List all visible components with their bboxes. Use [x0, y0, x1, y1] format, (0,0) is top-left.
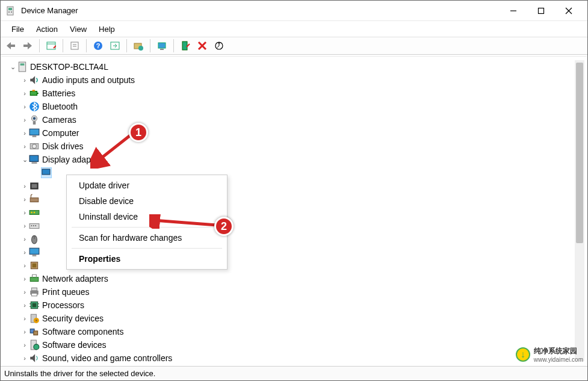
- minimize-button[interactable]: [500, 1, 527, 21]
- expand-icon[interactable]: ›: [20, 355, 29, 362]
- svg-rect-29: [37, 93, 39, 94]
- expand-icon[interactable]: ›: [20, 315, 29, 322]
- svg-rect-21: [160, 49, 164, 50]
- expand-icon[interactable]: ›: [20, 235, 29, 243]
- forward-button[interactable]: [20, 38, 36, 54]
- tree-node-print-queues[interactable]: › Print queues: [8, 285, 572, 299]
- tree-node-batteries[interactable]: › Batteries: [8, 87, 572, 100]
- help-button[interactable]: ?: [90, 38, 106, 54]
- expand-icon[interactable]: ›: [20, 288, 29, 296]
- tree-node-label: Processors: [42, 300, 84, 310]
- expand-icon[interactable]: ›: [20, 103, 29, 110]
- security-icon: [29, 313, 40, 324]
- tree-node-label: Network adapters: [42, 274, 108, 283]
- disable-device-button[interactable]: [178, 38, 193, 54]
- window-controls: [500, 1, 583, 21]
- expand-icon[interactable]: ›: [20, 196, 29, 203]
- tree-node-label: Disk drives: [42, 141, 83, 151]
- context-menu-properties[interactable]: Properties: [67, 251, 227, 267]
- svg-point-32: [33, 117, 36, 120]
- tree-node-label: Batteries: [42, 88, 75, 98]
- scan-hardware-button[interactable]: [211, 38, 227, 54]
- expand-icon[interactable]: ›: [20, 76, 29, 84]
- svg-point-48: [31, 225, 32, 226]
- scrollbar-thumb[interactable]: [576, 63, 583, 243]
- tree-node-label: Bluetooth: [42, 102, 78, 111]
- speaker-icon: [29, 75, 40, 85]
- ide-icon: [29, 207, 40, 218]
- hid-icon: [29, 194, 40, 205]
- action-button[interactable]: [107, 38, 123, 54]
- context-menu-disable-device[interactable]: Disable device: [67, 193, 227, 209]
- tree-node-cameras[interactable]: › Cameras: [8, 113, 572, 126]
- network-icon: [29, 273, 40, 284]
- watermark-icon: ↓: [516, 347, 530, 362]
- annotation-arrow-2: [149, 214, 221, 229]
- menu-action[interactable]: Action: [30, 23, 64, 36]
- svg-rect-59: [32, 288, 37, 291]
- annotation-badge-1: 1: [129, 123, 148, 142]
- context-menu-scan-hardware[interactable]: Scan for hardware changes: [67, 230, 227, 246]
- svg-rect-3: [11, 11, 12, 13]
- expand-icon[interactable]: ›: [20, 249, 29, 256]
- tree-node-label: Software components: [42, 327, 123, 336]
- context-menu-update-driver[interactable]: Update driver: [67, 178, 227, 193]
- annotation-badge-2: 2: [214, 217, 234, 236]
- svg-rect-42: [32, 184, 37, 188]
- enable-device-button[interactable]: [154, 38, 170, 54]
- mouse-icon: [29, 234, 40, 244]
- update-driver-button[interactable]: [131, 38, 146, 54]
- expand-icon[interactable]: ›: [20, 341, 29, 348]
- close-button[interactable]: [555, 1, 583, 21]
- menubar: File Action View Help: [1, 21, 587, 37]
- uninstall-device-button[interactable]: [194, 38, 210, 54]
- expand-icon[interactable]: ›: [20, 90, 29, 97]
- app-icon: [5, 6, 15, 16]
- svg-rect-5: [539, 8, 544, 13]
- properties-button[interactable]: [67, 38, 82, 54]
- expand-icon[interactable]: ›: [20, 209, 29, 216]
- expand-icon[interactable]: ›: [20, 182, 29, 190]
- svg-rect-69: [36, 320, 37, 321]
- svg-rect-9: [23, 45, 28, 47]
- menu-help[interactable]: Help: [93, 23, 121, 36]
- svg-rect-54: [32, 255, 37, 256]
- svg-rect-40: [42, 169, 50, 175]
- back-button[interactable]: [3, 38, 19, 54]
- collapse-icon[interactable]: ⌄: [20, 156, 29, 164]
- tree-node-software-components[interactable]: › Software components: [8, 325, 572, 338]
- expand-icon[interactable]: ›: [20, 275, 29, 282]
- tree-node-label: Computer: [42, 128, 79, 138]
- tree-node-network-adapters[interactable]: › Network adapters: [8, 272, 572, 285]
- svg-rect-57: [30, 277, 39, 282]
- tree-node-software-devices[interactable]: › Software devices: [8, 338, 572, 352]
- tree-node-label: Print queues: [42, 287, 90, 297]
- collapse-icon[interactable]: ⌄: [8, 63, 17, 71]
- expand-icon[interactable]: ›: [20, 262, 29, 269]
- computer-icon: [17, 61, 28, 72]
- tree-node-bluetooth[interactable]: › Bluetooth: [8, 100, 572, 113]
- keyboard-icon: [29, 220, 40, 231]
- tree-node-processors[interactable]: › Processors: [8, 299, 572, 312]
- vertical-scrollbar[interactable]: [575, 60, 584, 361]
- show-hidden-button[interactable]: [43, 38, 59, 54]
- expand-icon[interactable]: ›: [20, 116, 29, 123]
- tree-node-sound-video[interactable]: › Sound, video and game controllers: [8, 352, 572, 364]
- tree-root-computer[interactable]: ⌄ DESKTOP-BCLTA4L: [8, 60, 572, 73]
- expand-icon[interactable]: ›: [20, 222, 29, 229]
- menu-view[interactable]: View: [64, 23, 93, 36]
- maximize-button[interactable]: [527, 1, 555, 21]
- menu-file[interactable]: File: [5, 23, 30, 36]
- expand-icon[interactable]: ›: [20, 302, 29, 309]
- tree-node-security-devices[interactable]: › Security devices: [8, 312, 572, 325]
- svg-rect-45: [31, 212, 32, 213]
- svg-rect-43: [30, 198, 39, 202]
- annotation-badge-2-label: 2: [221, 220, 227, 233]
- tree-node-audio[interactable]: › Audio inputs and outputs: [8, 73, 572, 87]
- toolbar-separator: [173, 39, 174, 52]
- svg-rect-62: [32, 303, 37, 308]
- expand-icon[interactable]: ›: [20, 143, 29, 150]
- chip-icon: [29, 260, 40, 271]
- expand-icon[interactable]: ›: [20, 328, 29, 335]
- expand-icon[interactable]: ›: [20, 129, 29, 137]
